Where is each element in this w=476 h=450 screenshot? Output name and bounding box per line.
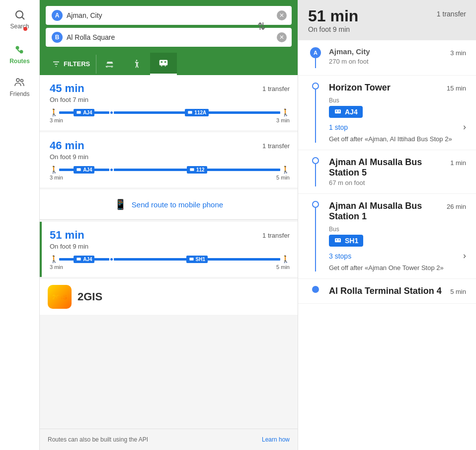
time-left-3: 3 min <box>50 264 63 270</box>
route-seg-2: 🚶 AJ4 112 🚶 <box>50 166 290 174</box>
send-route-banner[interactable]: 📱 Send route to mobile phone <box>40 189 298 220</box>
route-foot-3: On foot 9 min <box>50 243 290 250</box>
stops-row-4[interactable]: 3 stops › <box>329 251 466 261</box>
route-times-2: 3 min 5 min <box>50 175 290 180</box>
step-circle-5 <box>312 286 319 293</box>
svg-rect-19 <box>335 109 341 113</box>
svg-point-5 <box>21 80 23 82</box>
learn-how-link[interactable]: Learn how <box>262 436 290 443</box>
bus-label-4: Bus <box>329 226 466 233</box>
bus-label-2: Bus <box>329 97 466 104</box>
seg-dot-1 <box>110 111 113 114</box>
sidebar: Search Routes Friends <box>0 0 40 450</box>
route-card-3[interactable]: 51 min 1 transfer On foot 9 min 🚶 AJ4 SH… <box>40 222 298 277</box>
seg-dot-2 <box>110 169 113 171</box>
detail-panel: 51 min On foot 9 min 1 transfer A Ajman,… <box>298 0 476 450</box>
filters-button[interactable]: FILTERS <box>46 55 96 74</box>
detail-header: 51 min On foot 9 min 1 transfer <box>298 0 476 40</box>
step-5: Al Rolla Terminal Station 4 5 min <box>298 279 476 304</box>
destination-marker: B <box>52 32 63 43</box>
seg-line-3b: SH1 <box>114 258 280 261</box>
bus-badge-sh1: SH1 <box>329 235 363 247</box>
step-circle-4 <box>312 201 319 208</box>
route-seg-1: 🚶 AJ4 112A 🚶 <box>50 108 290 116</box>
stops-text-2: 1 stop <box>329 123 348 131</box>
seg-badge-2a: AJ4 <box>74 166 94 174</box>
filters-bar: FILTERS <box>40 53 298 75</box>
svg-rect-12 <box>164 61 166 63</box>
bus-badge-aj4: AJ4 <box>329 106 363 118</box>
step-sub-3: 67 m on foot <box>329 179 466 186</box>
route-header-1: 45 min 1 transfer <box>50 82 290 95</box>
step-dur-2: 15 min <box>447 83 466 92</box>
svg-point-0 <box>16 11 23 18</box>
route-time-1: 45 min <box>50 82 84 95</box>
seg-line-2b: 112 <box>114 169 280 171</box>
time-right-1: 3 min <box>276 117 290 123</box>
step-dur-1: 3 min <box>450 47 466 57</box>
origin-marker: A <box>52 10 63 21</box>
step-3: Ajman Al Musalla Bus Station 5 1 min 67 … <box>298 150 476 194</box>
stops-chevron-2: › <box>463 122 466 132</box>
svg-rect-21 <box>338 110 340 111</box>
sidebar-item-friends[interactable]: Friends <box>7 73 31 101</box>
destination-text: Al Rolla Square <box>67 33 272 41</box>
svg-rect-18 <box>189 258 193 261</box>
svg-rect-10 <box>159 60 168 66</box>
seg-badge-1a: AJ4 <box>74 109 94 116</box>
stops-row-2[interactable]: 1 stop › <box>329 122 466 132</box>
step-line-4 <box>315 208 316 271</box>
time-right-3: 5 min <box>276 264 290 270</box>
app-logo: 2GIS <box>48 285 72 309</box>
svg-rect-24 <box>338 239 340 240</box>
clear-origin-button[interactable]: ✕ <box>277 10 287 20</box>
step-sub-1: 270 m on foot <box>329 58 466 65</box>
timeline-col-3 <box>308 157 323 186</box>
route-transfers-1: 1 transfer <box>262 85 290 92</box>
app-name: 2GIS <box>78 290 102 303</box>
clear-destination-button[interactable]: ✕ <box>277 32 287 42</box>
origin-text: Ajman, City <box>67 11 272 19</box>
search-inputs: A Ajman, City ✕ B Al Rolla Square ✕ ⇅ <box>46 6 292 47</box>
route-times-1: 3 min 3 min <box>50 117 290 123</box>
filters-label: FILTERS <box>64 60 90 68</box>
detail-foot: On foot 9 min <box>308 25 358 33</box>
origin-row[interactable]: A Ajman, City ✕ <box>46 6 292 25</box>
walk-transport-button[interactable] <box>123 54 150 75</box>
walk-icon-1b: 🚶 <box>281 108 290 116</box>
step-title-row-2: Horizon Tower 15 min <box>329 83 466 93</box>
step-name-5: Al Rolla Terminal Station 4 <box>329 286 442 296</box>
seg-line-3a: AJ4 <box>59 258 109 261</box>
timeline-col-1: A <box>308 47 323 68</box>
detail-transfers: 1 transfer <box>437 10 466 18</box>
step-line-1 <box>315 58 316 68</box>
bus-transport-button[interactable] <box>150 53 177 75</box>
walk-icon-3a: 🚶 <box>50 255 58 263</box>
search-box: A Ajman, City ✕ B Al Rolla Square ✕ ⇅ <box>40 0 298 53</box>
sidebar-item-routes[interactable]: Routes <box>7 38 32 69</box>
send-route-text: Send route to mobile phone <box>132 200 223 209</box>
car-transport-button[interactable] <box>96 54 123 75</box>
seg-dot-3 <box>110 258 113 261</box>
bottom-bar: Routes can also be built using the API L… <box>40 429 298 450</box>
step-4: Ajman Al Musalla Bus Station 1 26 min Bu… <box>298 194 476 279</box>
step-2: Horizon Tower 15 min Bus AJ4 1 stop › Ge… <box>298 76 476 150</box>
svg-rect-16 <box>190 168 194 171</box>
destination-row[interactable]: B Al Rolla Square ✕ <box>46 28 292 47</box>
seg-line-1a: AJ4 <box>59 111 109 114</box>
step-1: A Ajman, City 3 min 270 m on foot <box>298 40 476 76</box>
seg-badge-3b: SH1 <box>186 256 208 263</box>
route-header-3: 51 min 1 transfer <box>50 229 290 242</box>
routes-list: 45 min 1 transfer On foot 7 min 🚶 AJ4 11… <box>40 75 298 429</box>
route-card-1[interactable]: 45 min 1 transfer On foot 7 min 🚶 AJ4 11… <box>40 75 298 130</box>
time-right-2: 5 min <box>276 175 290 180</box>
step-title-row-1: Ajman, City 3 min <box>329 47 466 57</box>
step-circle-3 <box>312 157 319 164</box>
route-card-2[interactable]: 46 min 1 transfer On foot 9 min 🚶 AJ4 11… <box>40 132 298 187</box>
step-content-5: Al Rolla Terminal Station 4 5 min <box>323 286 466 296</box>
timeline-col-2 <box>308 83 323 143</box>
swap-button[interactable]: ⇅ <box>257 20 266 32</box>
sidebar-item-search[interactable]: Search <box>8 5 31 34</box>
svg-rect-11 <box>161 61 163 63</box>
step-content-4: Ajman Al Musalla Bus Station 1 26 min Bu… <box>323 201 466 271</box>
